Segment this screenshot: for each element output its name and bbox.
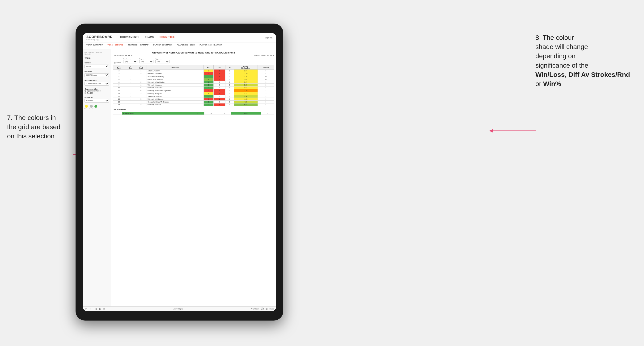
colour-legend: Down Level Up [84, 105, 109, 110]
table-header-row: #Rank #Reg #Conf Opponent Win Loss Tie D… [113, 65, 274, 70]
nav-tournaments[interactable]: TOURNAMENTS [120, 36, 139, 39]
top-navigation: SCOREBOARD Powered by clippd TOURNAMENTS… [82, 33, 276, 42]
gender-select[interactable]: Men's [84, 65, 109, 68]
table-row: 3-2Vanderbilt University040-2.298 [113, 72, 274, 75]
tab-team-summary[interactable]: TEAM SUMMARY [86, 44, 103, 47]
ood-win: 1 [191, 112, 204, 115]
legend-up: Up [94, 105, 97, 110]
view-label: View: Original [173, 308, 183, 310]
h2h-table: #Rank #Reg #Conf Opponent Win Loss Tie D… [113, 65, 274, 106]
tab-player-h2h-grid[interactable]: PLAYER H2H GRID [177, 44, 195, 47]
region-filter: Region (All) [139, 58, 154, 63]
copy-button[interactable]: ⊞ [95, 308, 97, 310]
sub-navigation: TEAM SUMMARY TEAM H2H GRID TEAM H2H HEAT… [82, 42, 276, 49]
svg-marker-3 [489, 129, 493, 133]
table-row: 12-3University of Virginia1202.333 [113, 92, 274, 95]
division-select[interactable]: NCAA Division I [84, 73, 109, 77]
comment-button[interactable]: 💬 [261, 308, 264, 310]
logo: SCOREBOARD Powered by clippd [86, 35, 112, 40]
bottom-toolbar: ↩ ↪ ⟩ ⊞ ⊟ ⏱ View: Original 👁 Watch ▾ 💬 ⊞… [82, 306, 276, 311]
division-section: Division NCAA Division I [84, 70, 109, 77]
gender-section: Gender Men's [84, 62, 109, 68]
watch-button[interactable]: 👁 Watch ▾ [251, 308, 259, 310]
sidebar: Last Updated: 27/03/2024 16:55:38 Team G… [82, 49, 111, 306]
grid-records: Overall Record: 89 - 17 - 0 Division Rec… [113, 55, 274, 56]
table-row: 14-5University of Oklahoma010-1.003 [113, 98, 274, 101]
table-row: 4-1Arizona State University5102.2816 [113, 75, 274, 78]
main-content: Last Updated: 27/03/2024 16:55:38 Team G… [82, 49, 276, 306]
ood-loss: 0 [204, 112, 218, 115]
table-row: 15-4Georgia Institute of Technology5004.… [113, 101, 274, 103]
nav-committee[interactable]: COMMITTEE [160, 36, 175, 39]
radio-top-100[interactable]: Top 100 [84, 92, 109, 94]
overall-record: Overall Record: 89 - 17 - 0 [113, 55, 132, 56]
paste-button[interactable]: ⊟ [99, 308, 101, 310]
opponent-view-section: Opponent View Opponents Played Top 100 [84, 88, 109, 94]
col-opponent: Opponent [147, 65, 204, 70]
col-rank: #Rank [113, 65, 125, 70]
filters-row: Opponents: Conference (All) Region (All) [113, 58, 274, 63]
tablet-screen: SCOREBOARD Powered by clippd TOURNAMENTS… [82, 33, 276, 311]
tab-player-h2h-heatmap[interactable]: PLAYER H2H HEATMAP [200, 44, 222, 47]
legend-level: Level [90, 105, 93, 110]
legend-down-dot [85, 105, 88, 108]
grid-button[interactable]: ⊞ [266, 308, 268, 310]
radio-dot-unselected [84, 92, 86, 94]
division-record: Division Record: 88 - 17 - 0 [254, 55, 274, 56]
table-row: 6-2Florida State University4201.8312 [113, 78, 274, 81]
tab-player-summary[interactable]: PLAYER SUMMARY [153, 44, 172, 47]
redo-button[interactable]: ↪ [89, 308, 91, 310]
table-row: 11-6University of Arkansas, Fayetteville… [113, 89, 274, 92]
school-section: School (Rank) 1. University of Nort... [84, 79, 109, 86]
table-row: 16-2University of Florida3106.629 [113, 103, 274, 106]
tablet-device: SCOREBOARD Powered by clippd TOURNAMENTS… [76, 23, 283, 321]
opponent-view-radio-group: Opponents Played Top 100 [84, 90, 109, 94]
legend-down: Down [84, 105, 88, 110]
out-of-division-table: NCAA Division II 1 0 0 26.00 3 [113, 112, 274, 115]
col-reg: #Reg [125, 65, 135, 70]
tab-team-h2h-heatmap[interactable]: TEAM H2H HEATMAP [128, 44, 149, 47]
ood-tie: 0 [218, 112, 231, 115]
colour-by-select[interactable]: Win/loss [84, 99, 109, 103]
opponent-select[interactable]: (All) [155, 60, 170, 63]
clock-button[interactable]: ⏱ [103, 308, 105, 310]
out-of-division-section: Out of division NCAA Division II 1 0 0 2… [113, 109, 274, 115]
ood-rounds: 3 [261, 112, 274, 115]
radio-opponents-played[interactable]: Opponents Played [84, 90, 109, 92]
forward-button[interactable]: ⟩ [92, 308, 94, 310]
col-rounds: Rounds [258, 65, 274, 70]
last-updated: Last Updated: 27/03/2024 16:55:38 [84, 52, 109, 55]
school-select[interactable]: 1. University of Nort... [84, 82, 109, 86]
radio-dot-selected [84, 90, 86, 92]
tab-team-h2h-grid[interactable]: TEAM H2H GRID [108, 44, 124, 47]
arrow-right-indicator [489, 127, 536, 135]
ood-diff: 26.00 [231, 112, 261, 115]
team-section: Team [84, 57, 109, 59]
table-row: 2-1Auburn University2101.679 [113, 70, 274, 72]
col-loss: Loss [214, 65, 226, 70]
grid-area: University of North Carolina Head-to-Hea… [111, 49, 276, 306]
nav-items: TOURNAMENTS TEAMS COMMITTEE [120, 36, 175, 39]
opponent-filter: Opponent (All) [155, 58, 170, 63]
legend-up-dot [94, 105, 97, 108]
col-conf: #Conf [135, 65, 147, 70]
annotation-right: 8. The colour shade will change dependin… [536, 33, 637, 88]
colour-by-section: Colour by Win/loss [84, 96, 109, 103]
conference-select[interactable]: (All) [123, 60, 138, 63]
out-of-division-row: NCAA Division II 1 0 0 26.00 3 [113, 112, 274, 115]
table-row: 10-5University of Alabama3002.618 [113, 86, 274, 89]
annotation-left: 7. The colours in the grid are based on … [7, 113, 73, 141]
undo-button[interactable]: ↩ [85, 308, 87, 310]
col-tie: Tie [225, 65, 234, 70]
col-win: Win [204, 65, 214, 70]
region-select[interactable]: (All) [139, 60, 154, 63]
sign-out-button[interactable]: | Sign out [264, 36, 272, 39]
share-button[interactable]: Share [269, 308, 274, 310]
col-diff: Diff AvStrokes/Rnd [234, 65, 258, 70]
grid-title: University of North Carolina Head-to-Hea… [113, 51, 274, 54]
table-row: 9-1University of Arizona1009.002 [113, 84, 274, 86]
division-name [113, 112, 122, 115]
division-label-cell: NCAA Division II [122, 112, 191, 115]
table-row: 13-1Texas Tech University3005.569 [113, 95, 274, 98]
nav-teams[interactable]: TEAMS [145, 36, 154, 39]
